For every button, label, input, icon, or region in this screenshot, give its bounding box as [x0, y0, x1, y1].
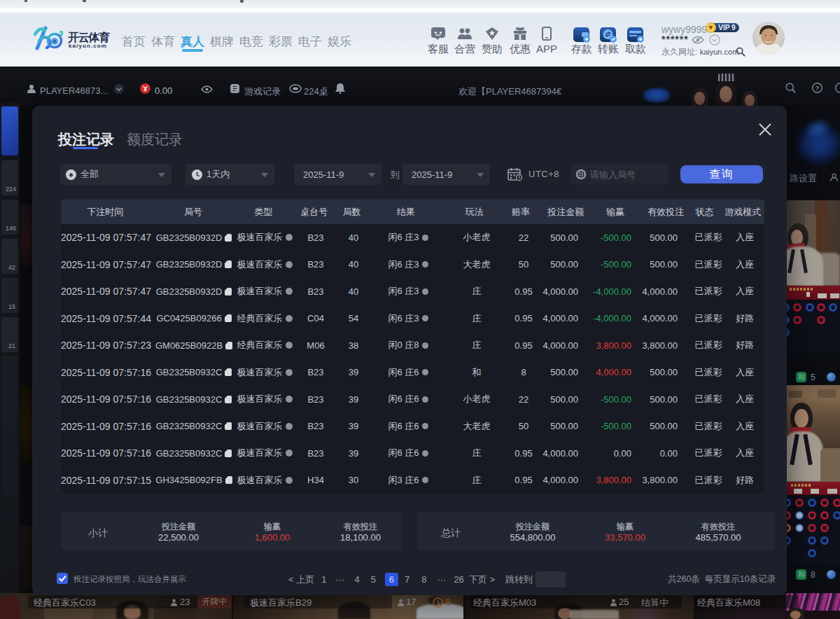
svg-text:?: ?: [816, 85, 820, 92]
